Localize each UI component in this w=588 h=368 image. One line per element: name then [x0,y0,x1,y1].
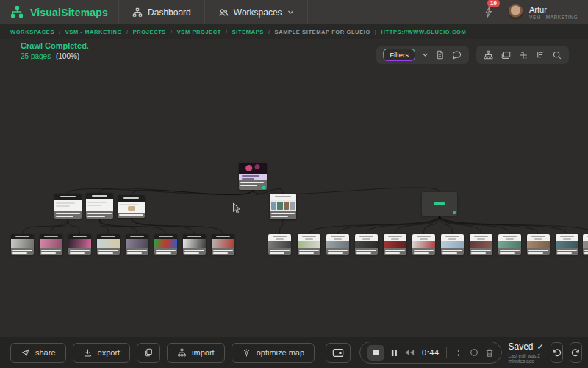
loop-button[interactable] [470,348,478,357]
sitemap-node-thumbDark[interactable] [40,234,62,255]
crosshair-button[interactable] [453,348,463,358]
circle-icon [470,348,478,357]
filter-list-icon[interactable] [535,50,545,60]
notifications-button[interactable]: 10 [476,6,501,18]
sitemap-node-thumbLight[interactable] [441,234,464,255]
breadcrumb: WORKSPACES/VSM - MARKETING/PROJECTS/VSM … [0,24,588,39]
rewind-button[interactable] [404,349,415,356]
window-view-icon[interactable] [501,50,512,60]
filters-button[interactable]: Filters [383,49,415,61]
import-label: import [192,348,215,357]
sitemap-node-pageLight[interactable] [270,194,296,219]
nav-item-workspaces[interactable]: Workspaces [205,0,307,24]
sitemap-node-thumbDark[interactable] [97,234,120,255]
sitemap-node-thumbLight[interactable] [498,234,521,255]
paper-plane-icon [21,348,30,358]
sitemap-node-root[interactable] [239,163,267,190]
report-doc-icon[interactable] [435,49,445,60]
breadcrumb-current: SAMPLE SITEMAP FOR GLUEIO [275,29,370,35]
sitemap-node-thumbDark[interactable] [183,234,206,255]
sitemap-node-pageDark[interactable] [118,195,145,218]
sitemap-node-thumbDark[interactable] [126,234,148,255]
rewind-icon [404,349,415,356]
copy-icon [143,347,154,358]
duplicate-button[interactable] [137,343,160,363]
avatar[interactable] [508,4,523,20]
breadcrumb-link[interactable]: VSM - MARKETING [65,29,122,35]
sitemap-node-thumbLight[interactable] [355,234,378,255]
import-button[interactable]: import [167,343,225,363]
breadcrumb-separator: / [268,29,270,35]
breadcrumb-divider: | [375,29,377,35]
crawl-percent: (100%) [56,52,79,60]
canvas-toolbar: Filters [376,46,569,64]
optimize-map-button[interactable]: optimize map [232,343,315,363]
chevron-down-icon[interactable] [422,52,429,57]
comment-icon[interactable] [451,50,462,60]
export-button[interactable]: export [73,343,131,363]
playback-time: 0:44 [422,348,439,357]
sitemap-node-thumbLight[interactable] [556,234,578,255]
record-video-button[interactable] [326,343,351,363]
breadcrumb-link[interactable]: VSM PROJECT [177,29,221,35]
nav-item-dashboard[interactable]: Dashboard [119,0,204,24]
delete-recording-button[interactable] [485,348,494,358]
user-name: Artur [529,5,578,14]
breadcrumb-link[interactable]: WORKSPACES [10,29,54,35]
user-meta: Artur VSM - MARKETING [529,5,578,20]
sitemap-node-thumbLight[interactable] [412,234,435,255]
share-button[interactable]: share [10,343,66,363]
stop-button[interactable] [368,345,384,361]
undo-button[interactable] [551,342,563,363]
top-navbar: VisualSitemaps Dashboard Workspaces 10 [0,0,588,24]
playback-controls: 0:44 [359,342,501,364]
sitemap-node-thumbLight[interactable] [268,234,291,255]
add-node-icon[interactable] [518,50,528,60]
crawl-pages-count: 25 pages [21,52,51,60]
redo-button[interactable] [570,342,582,363]
workspaces-label: Workspaces [234,7,282,18]
sitemap-node-thumbLight[interactable] [583,234,588,255]
sitemap-node-thumbLight[interactable] [384,234,406,255]
breadcrumb-url-link[interactable]: HTTPS://WWW.GLUEIO.COM [381,29,467,35]
bottom-toolbar: share export import optimize map [0,337,588,368]
undo-icon [551,347,562,358]
breadcrumb-link[interactable]: PROJECTS [133,29,166,35]
pause-button[interactable] [391,349,398,357]
stop-icon [373,350,379,355]
save-status: Saved ✓ Last edit was 2 minutes ago [509,342,544,364]
optimize-map-label: optimize map [257,348,304,357]
crawl-status-title: Crawl Completed. [21,41,89,50]
breadcrumb-separator: / [59,29,61,35]
search-icon[interactable] [552,50,562,60]
video-camera-icon [332,348,344,358]
chevron-down-icon [287,10,294,15]
hierarchy-view-icon[interactable] [483,50,494,60]
sitemap-node-thumbDark[interactable] [11,234,34,255]
breadcrumb-separator: / [171,29,173,35]
sitemap-icon [177,348,187,358]
redo-icon [570,347,581,358]
breadcrumb-link[interactable]: SITEMAPS [232,29,264,35]
sitemap-node-thumbDark[interactable] [212,234,234,255]
brand-logo[interactable]: VisualSitemaps [0,0,118,24]
sitemap-node-thumbDark[interactable] [154,234,177,255]
export-label: export [98,348,121,357]
crosshair-icon [453,348,463,358]
filters-group: Filters [376,46,469,64]
sitemap-node-pageDark[interactable] [54,194,82,219]
sitemap-node-thumbLight[interactable] [326,234,349,255]
view-tools-group [476,46,569,64]
trash-icon [485,348,494,358]
last-edit-text: Last edit was 2 minutes ago [509,353,544,364]
sitemap-node-pageDark[interactable] [86,193,113,219]
sitemap-node-thumbLight[interactable] [527,234,550,255]
sitemap-node-thumbLight[interactable] [298,234,320,255]
crawl-status: Crawl Completed. 25 pages (100%) [21,41,89,60]
nav-divider [307,0,308,24]
sitemap-node-thumbLight[interactable] [470,234,492,255]
sitemap-node-thumbDark[interactable] [68,234,91,255]
sitemap-node-plain[interactable] [422,192,457,216]
optimize-gear-icon [242,348,251,358]
dashboard-label: Dashboard [148,7,191,18]
